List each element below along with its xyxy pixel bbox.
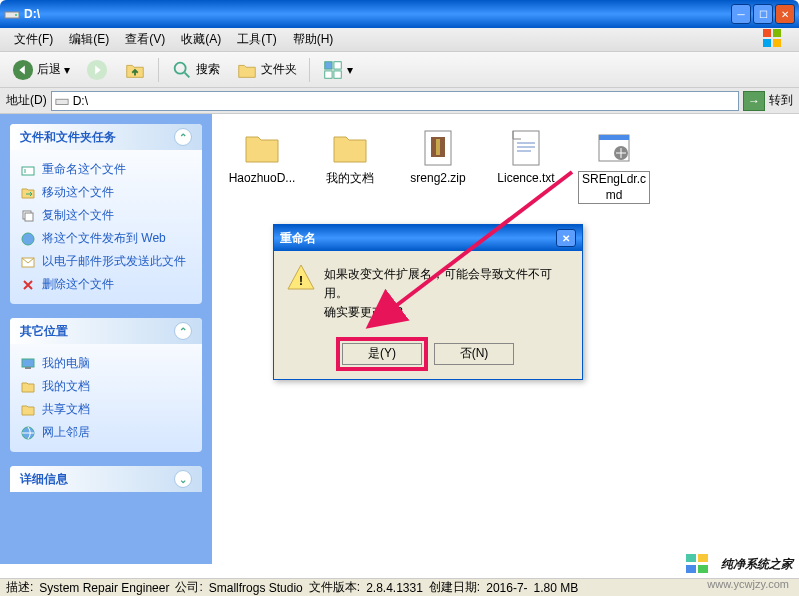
toolbar: 后退 ▾ 搜索 文件夹 ▾ [0, 52, 799, 88]
details-panel-title: 详细信息 [20, 471, 68, 488]
address-input[interactable]: D:\ [51, 91, 739, 111]
file-item[interactable]: SREngLdr.cmd [578, 128, 650, 204]
dialog-message-1: 如果改变文件扩展名，可能会导致文件不可用。 [324, 265, 568, 303]
statusbar: 描述: System Repair Engineer 公司: Smallfrog… [0, 578, 799, 596]
search-label: 搜索 [196, 61, 220, 78]
svg-rect-24 [436, 139, 440, 155]
task-delete[interactable]: 删除这个文件 [20, 273, 192, 296]
window-title: D:\ [24, 7, 731, 21]
details-panel: 详细信息 ⌄ [10, 466, 202, 492]
close-button[interactable]: ✕ [775, 4, 795, 24]
folder-icon [20, 379, 36, 395]
file-item[interactable]: HaozhuoD... [226, 128, 298, 187]
svg-rect-3 [773, 29, 781, 37]
go-button[interactable]: → [743, 91, 765, 111]
menu-tools[interactable]: 工具(T) [229, 28, 284, 51]
status-date: 2016-7- [486, 581, 527, 595]
menubar: 文件(F) 编辑(E) 查看(V) 收藏(A) 工具(T) 帮助(H) [0, 28, 799, 52]
menu-edit[interactable]: 编辑(E) [61, 28, 117, 51]
views-icon [322, 59, 344, 81]
menu-favorites[interactable]: 收藏(A) [173, 28, 229, 51]
folder-up-icon [124, 59, 146, 81]
svg-text:!: ! [299, 274, 303, 288]
back-button[interactable]: 后退 ▾ [6, 56, 76, 84]
back-label: 后退 [37, 61, 61, 78]
task-email[interactable]: 以电子邮件形式发送此文件 [20, 250, 192, 273]
chevron-down-icon: ▾ [64, 63, 70, 77]
status-desc-label: 描述: [6, 579, 33, 596]
menu-view[interactable]: 查看(V) [117, 28, 173, 51]
back-icon [12, 59, 34, 81]
collapse-button[interactable]: ⌃ [174, 322, 192, 340]
drive-icon [55, 94, 69, 108]
expand-button[interactable]: ⌄ [174, 470, 192, 488]
file-item[interactable]: 我的文档 [314, 128, 386, 187]
task-publish[interactable]: 将这个文件发布到 Web [20, 227, 192, 250]
no-button[interactable]: 否(N) [434, 343, 514, 365]
places-panel-title: 其它位置 [20, 323, 68, 340]
folders-button[interactable]: 文件夹 [230, 56, 303, 84]
move-icon [20, 185, 36, 201]
status-size: 1.80 MB [534, 581, 579, 595]
rename-icon [20, 162, 36, 178]
tasks-panel-title: 文件和文件夹任务 [20, 129, 116, 146]
status-company: Smallfrogs Studio [209, 581, 303, 595]
up-button[interactable] [118, 56, 152, 84]
svg-rect-11 [325, 70, 332, 77]
task-move[interactable]: 移动这个文件 [20, 181, 192, 204]
watermark-url: www.ycwjzy.com [707, 578, 789, 590]
file-label: HaozhuoD... [229, 171, 296, 187]
svg-rect-1 [15, 14, 17, 16]
svg-rect-14 [22, 167, 34, 175]
warning-icon: ! [286, 263, 316, 293]
status-company-label: 公司: [175, 579, 202, 596]
file-item[interactable]: sreng2.zip [402, 128, 474, 187]
watermark-text: 纯净系统之家 [721, 556, 793, 573]
status-ver-label: 文件版本: [309, 579, 360, 596]
minimize-button[interactable]: ─ [731, 4, 751, 24]
zip-icon [421, 129, 455, 167]
file-label: 我的文档 [326, 171, 374, 187]
maximize-button[interactable]: ☐ [753, 4, 773, 24]
menu-help[interactable]: 帮助(H) [285, 28, 342, 51]
place-computer[interactable]: 我的电脑 [20, 352, 192, 375]
address-label: 地址(D) [6, 92, 47, 109]
addressbar: 地址(D) D:\ → 转到 [0, 88, 799, 114]
delete-icon [20, 277, 36, 293]
yes-button[interactable]: 是(Y) [342, 343, 422, 365]
status-date-label: 创建日期: [429, 579, 480, 596]
collapse-button[interactable]: ⌃ [174, 128, 192, 146]
go-label: 转到 [769, 92, 793, 109]
dialog-close-button[interactable]: ✕ [556, 229, 576, 247]
folder-icon [20, 402, 36, 418]
menu-file[interactable]: 文件(F) [6, 28, 61, 51]
place-shared[interactable]: 共享文档 [20, 398, 192, 421]
svg-rect-16 [25, 213, 33, 221]
file-item[interactable]: Licence.txt [490, 128, 562, 187]
cmd-icon [596, 130, 632, 166]
place-documents[interactable]: 我的文档 [20, 375, 192, 398]
sidebar: 文件和文件夹任务 ⌃ 重命名这个文件 移动这个文件 复制这个文件 将这个文件发布… [0, 114, 212, 564]
search-button[interactable]: 搜索 [165, 56, 226, 84]
window-titlebar: D:\ ─ ☐ ✕ [0, 0, 799, 28]
file-label: SREngLdr.cmd [578, 171, 650, 204]
svg-rect-27 [599, 135, 629, 140]
svg-point-8 [175, 62, 186, 73]
task-copy[interactable]: 复制这个文件 [20, 204, 192, 227]
status-ver: 2.8.4.1331 [366, 581, 423, 595]
svg-rect-5 [773, 39, 781, 47]
status-desc: System Repair Engineer [39, 581, 169, 595]
place-network[interactable]: 网上邻居 [20, 421, 192, 444]
copy-icon [20, 208, 36, 224]
windows-logo-icon [763, 29, 793, 50]
folder-icon [331, 131, 369, 165]
folders-icon [236, 59, 258, 81]
svg-rect-13 [56, 99, 68, 104]
places-panel: 其它位置 ⌃ 我的电脑 我的文档 共享文档 网上邻居 [10, 318, 202, 452]
svg-rect-2 [763, 29, 771, 37]
views-button[interactable]: ▾ [316, 56, 359, 84]
folder-icon [243, 131, 281, 165]
task-rename[interactable]: 重命名这个文件 [20, 158, 192, 181]
forward-button[interactable] [80, 56, 114, 84]
watermark-logo-icon [686, 554, 716, 574]
